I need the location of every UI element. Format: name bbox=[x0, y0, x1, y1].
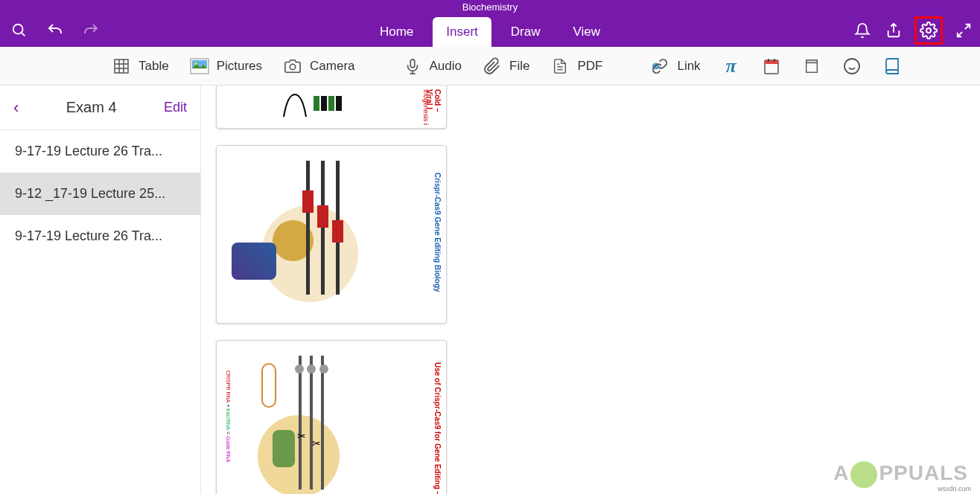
slide-thumbnail[interactable]: ✂ ✂ CRISPR RNA + tracrRNA = Guide RNA Us… bbox=[216, 340, 447, 494]
undo-icon[interactable] bbox=[45, 20, 66, 41]
insert-camera-button[interactable]: Camera bbox=[283, 57, 354, 76]
header-left-controls bbox=[0, 20, 101, 41]
page-icon bbox=[802, 57, 821, 76]
svg-line-4 bbox=[965, 24, 970, 28]
svg-point-31 bbox=[844, 59, 859, 74]
page-item[interactable]: 9-12 _17-19 Lecture 25... bbox=[0, 173, 200, 215]
insert-date-button[interactable] bbox=[762, 57, 781, 76]
watermark-brand: APPUALS bbox=[833, 461, 968, 488]
file-icon bbox=[483, 57, 502, 76]
svg-rect-6 bbox=[115, 60, 128, 73]
audio-icon bbox=[403, 57, 422, 76]
sidebar-header: ‹ Exam 4 Edit bbox=[0, 86, 200, 130]
page-list: 9-17-19 Lecture 26 Tra... 9-12 _17-19 Le… bbox=[0, 130, 200, 257]
svg-rect-23 bbox=[765, 60, 778, 64]
tab-home[interactable]: Home bbox=[366, 17, 427, 47]
share-icon[interactable] bbox=[883, 20, 904, 41]
edit-button[interactable]: Edit bbox=[164, 100, 187, 115]
insert-audio-button[interactable]: Audio bbox=[403, 57, 462, 76]
redo-icon[interactable] bbox=[80, 20, 101, 41]
ribbon-tabs: Home Insert Draw View bbox=[366, 13, 614, 47]
watermark-footer: wsxdn.com bbox=[938, 485, 971, 493]
back-chevron-icon[interactable]: ‹ bbox=[13, 98, 19, 118]
sticker-icon bbox=[882, 57, 902, 76]
insert-sticker-button[interactable] bbox=[882, 57, 902, 76]
insert-emoji-button[interactable] bbox=[842, 57, 862, 76]
link-icon bbox=[650, 57, 669, 76]
svg-line-1 bbox=[22, 32, 25, 36]
insert-pictures-button[interactable]: Pictures bbox=[190, 57, 262, 76]
settings-icon[interactable] bbox=[918, 20, 939, 41]
camera-icon bbox=[283, 57, 302, 76]
window-title: Biochemistry bbox=[0, 0, 980, 13]
svg-point-0 bbox=[13, 24, 23, 33]
insert-pdf-button[interactable]: PDF bbox=[550, 57, 602, 76]
svg-point-3 bbox=[926, 28, 931, 33]
pdf-icon bbox=[550, 57, 570, 76]
page-sidebar: ‹ Exam 4 Edit 9-17-19 Lecture 26 Tra... … bbox=[0, 86, 201, 494]
emoji-icon bbox=[842, 57, 862, 76]
table-icon bbox=[112, 57, 131, 76]
insert-link-button[interactable]: Link bbox=[650, 57, 700, 76]
app-header: Biochemistry Home Insert Draw View bbox=[0, 0, 980, 47]
insert-equation-button[interactable]: π bbox=[722, 57, 741, 76]
header-right-controls bbox=[852, 16, 974, 45]
svg-point-14 bbox=[290, 64, 295, 69]
slide-title-text: Crispr-Cas9 Gene Editing Biology bbox=[433, 173, 442, 292]
svg-rect-30 bbox=[806, 60, 817, 62]
watermark-face-icon bbox=[850, 461, 877, 488]
pdf-label: PDF bbox=[577, 59, 602, 74]
svg-rect-15 bbox=[410, 59, 415, 67]
search-icon[interactable] bbox=[9, 20, 30, 41]
page-item[interactable]: 9-17-19 Lecture 26 Tra... bbox=[0, 130, 200, 173]
section-title: Exam 4 bbox=[66, 99, 117, 116]
slide-subtitle-text: thogenesis i bbox=[422, 89, 430, 125]
insert-table-button[interactable]: Table bbox=[112, 57, 169, 76]
svg-line-5 bbox=[958, 31, 962, 36]
notifications-icon[interactable] bbox=[852, 20, 873, 41]
date-icon bbox=[762, 57, 781, 76]
tab-insert[interactable]: Insert bbox=[433, 17, 491, 47]
slide-title-text: Use of Crispr-Cas9 for Gene Editing – St bbox=[433, 362, 442, 494]
header-main: Home Insert Draw View bbox=[0, 13, 980, 47]
pictures-label: Pictures bbox=[217, 59, 262, 74]
pictures-icon bbox=[190, 57, 209, 76]
note-canvas[interactable]: Cold – Viral I thogenesis i Crispr-Cas9 … bbox=[201, 86, 980, 494]
tab-draw[interactable]: Draw bbox=[497, 17, 554, 47]
page-item[interactable]: 9-17-19 Lecture 26 Tra... bbox=[0, 215, 200, 257]
link-label: Link bbox=[677, 59, 700, 74]
insert-ribbon: Table Pictures Camera Audio File PDF bbox=[0, 47, 980, 86]
tab-view[interactable]: View bbox=[560, 17, 614, 47]
content-area: ‹ Exam 4 Edit 9-17-19 Lecture 26 Tra... … bbox=[0, 86, 980, 494]
slide-thumbnail[interactable]: Crispr-Cas9 Gene Editing Biology bbox=[216, 145, 447, 324]
insert-page-button[interactable] bbox=[802, 57, 821, 76]
table-label: Table bbox=[139, 59, 169, 74]
audio-label: Audio bbox=[430, 59, 462, 74]
file-label: File bbox=[509, 59, 529, 74]
settings-highlight-box bbox=[914, 16, 943, 45]
fullscreen-icon[interactable] bbox=[953, 20, 974, 41]
insert-file-button[interactable]: File bbox=[483, 57, 529, 76]
camera-label: Camera bbox=[310, 59, 354, 74]
slide-thumbnail[interactable]: Cold – Viral I thogenesis i bbox=[216, 86, 447, 129]
equation-icon: π bbox=[722, 57, 741, 76]
